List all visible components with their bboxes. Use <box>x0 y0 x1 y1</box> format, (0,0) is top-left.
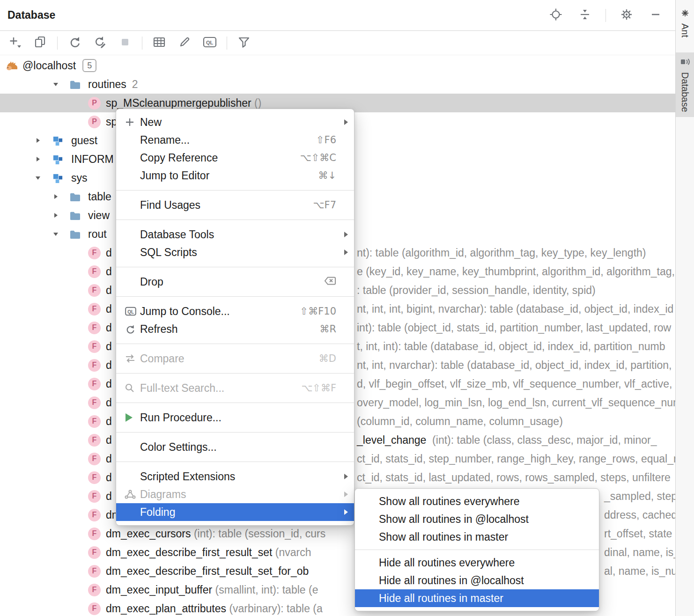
add-button[interactable] <box>5 34 25 52</box>
submenu-item-show-all-routines-in-@localhost[interactable]: Show all routines in @localhost <box>355 510 599 528</box>
function-icon: F <box>88 543 101 562</box>
chevron-collapsed-icon[interactable] <box>35 150 41 169</box>
menu-item-label: Folding <box>140 506 175 519</box>
menu-item-color-settings[interactable]: Color Settings... <box>116 438 354 456</box>
menu-item-right: ⌥⇧⌘C <box>300 152 336 163</box>
menu-item-right <box>324 276 336 288</box>
submenu-item-hide-all-routines-everywhere[interactable]: Hide all routines everywhere <box>355 554 599 572</box>
function-icon: F <box>88 524 101 543</box>
tool-strip-tab-ant[interactable]: Ant <box>676 4 694 42</box>
menu-separator <box>116 462 354 462</box>
menu-item-copy-reference[interactable]: Copy Reference⌥⇧⌘C <box>116 149 354 167</box>
tool-strip-tab-database[interactable]: Database <box>676 52 694 117</box>
menu-item-full-text-search[interactable]: Full-text Search...⌥⇧⌘F <box>116 379 354 397</box>
menu-item-drop[interactable]: Drop <box>116 273 354 291</box>
clipped-row-text: int): table (object_id, stats_id, partit… <box>357 318 671 337</box>
chevron-collapsed-icon[interactable] <box>52 187 59 206</box>
clipped-row-text: t, int, int): table (database_id, object… <box>357 337 665 356</box>
signature-fragment: ct_id, stats_id, last_updated, rows, row… <box>357 471 671 484</box>
menu-item-jump-to-editor[interactable]: Jump to Editor⌘↓ <box>116 167 354 184</box>
signature-fragment: (column_id, column_name, column_usage) <box>357 415 563 428</box>
edit-icon <box>178 36 191 51</box>
submit-icon <box>93 36 106 51</box>
tree-row-routines[interactable]: routines2 <box>0 75 675 94</box>
submenu-item-show-all-routines-in-master[interactable]: Show all routines in master <box>355 528 599 546</box>
menu-refresh-icon <box>125 324 140 335</box>
item-name: @localhost <box>22 59 76 72</box>
item-name: dm_exec_cursors <box>106 528 191 540</box>
menu-item-sql-scripts[interactable]: SQL Scripts <box>116 243 354 261</box>
tree-row-label: d <box>106 318 112 337</box>
procedure-icon: P <box>88 94 101 112</box>
menu-item-label: Full-text Search... <box>140 382 224 395</box>
collapse-all-button[interactable] <box>575 6 595 25</box>
menu-separator <box>116 296 354 297</box>
schema-icon <box>52 169 63 187</box>
menu-shortcut: ⌘D <box>319 353 336 364</box>
menu-item-find-usages[interactable]: Find Usages⌥F7 <box>116 196 354 214</box>
menu-item-label: Rename... <box>140 134 190 147</box>
menu-item-refresh[interactable]: Refresh⌘R <box>116 320 354 338</box>
menu-item-label: Hide all routines in master <box>379 592 503 605</box>
item-name: dm_exec_describe_first_result_set_for_ob <box>106 565 309 578</box>
refresh-icon <box>68 36 81 51</box>
menu-item-scripted-extensions[interactable]: Scripted Extensions <box>116 468 354 485</box>
tree-row-label: d <box>106 356 112 374</box>
menu-shortcut: ⌥⇧⌘C <box>300 152 336 163</box>
console-button[interactable]: QL <box>199 34 220 52</box>
menu-item-jump-to-console[interactable]: QLJump to Console...⇧⌘F10 <box>116 302 354 320</box>
clipped-row-text: _level_change (int): table (class, class… <box>357 431 657 449</box>
duplicate-button[interactable] <box>30 34 51 52</box>
tool-strip-tab-label: Database <box>679 72 690 112</box>
menu-item-label: Copy Reference <box>140 152 218 164</box>
clipped-row-text: nt, int, nvarchar): table (database_id, … <box>357 356 672 374</box>
item-name: d <box>106 265 112 278</box>
tree-row-@localhost[interactable]: @localhost5 <box>0 56 675 75</box>
edit-source-button[interactable] <box>174 34 195 52</box>
item-name: INFORM <box>71 153 114 166</box>
clipped-row-text: dinal, name, is_ <box>604 543 675 562</box>
folder-icon <box>69 75 81 94</box>
menu-separator <box>116 373 354 374</box>
submenu-item-hide-all-routines-in-@localhost[interactable]: Hide all routines in @localhost <box>355 572 599 589</box>
data-view-button[interactable] <box>149 34 170 52</box>
app-window: { "window": { "title": "Database" }, "ti… <box>0 0 694 616</box>
refresh-button[interactable] <box>64 34 85 52</box>
backspace-icon <box>324 276 336 288</box>
menu-item-label: Drop <box>140 276 163 288</box>
menu-item-database-tools[interactable]: Database Tools <box>116 226 354 243</box>
menu-item-new[interactable]: New <box>116 113 354 131</box>
function-icon: F <box>88 599 101 616</box>
item-signature: (smallint, int): table (e <box>212 584 318 596</box>
tree-row-label: d <box>106 449 112 468</box>
chevron-expanded-icon[interactable] <box>52 75 59 94</box>
item-name: d <box>106 415 112 428</box>
chevron-expanded-icon[interactable] <box>52 225 59 243</box>
menu-item-label: Scripted Extensions <box>140 470 235 483</box>
add-icon <box>8 36 22 51</box>
function-icon: F <box>88 356 101 374</box>
submenu-item-show-all-routines-everywhere[interactable]: Show all routines everywhere <box>355 492 599 510</box>
signature-fragment: dinal, name, is_ <box>604 546 675 559</box>
filter-button[interactable] <box>234 34 254 52</box>
menu-separator <box>116 220 354 220</box>
count-badge: 5 <box>82 59 96 72</box>
item-name: d <box>106 490 112 503</box>
locate-button[interactable] <box>546 6 566 25</box>
menu-item-rename[interactable]: Rename...⇧F6 <box>116 131 354 149</box>
submit-button[interactable] <box>89 34 110 52</box>
menu-item-compare[interactable]: Compare⌘D <box>116 350 354 367</box>
menu-item-label: Hide all routines everywhere <box>379 557 515 569</box>
clipped-row-text: overy_model, log_min_lsn, log_end_lsn, c… <box>357 393 675 412</box>
menu-item-run-procedure[interactable]: Run Procedure... <box>116 409 354 426</box>
chevron-expanded-icon[interactable] <box>35 169 41 187</box>
settings-button[interactable] <box>616 6 637 25</box>
stop-button[interactable] <box>115 34 135 52</box>
chevron-collapsed-icon[interactable] <box>52 206 59 225</box>
menu-item-diagrams[interactable]: Diagrams <box>116 485 354 503</box>
hide-button[interactable] <box>645 6 666 25</box>
menu-item-folding[interactable]: Folding <box>116 503 354 521</box>
submenu-item-hide-all-routines-in-master[interactable]: Hide all routines in master <box>355 589 599 607</box>
chevron-collapsed-icon[interactable] <box>35 131 41 150</box>
clipped-row-text: : table (provider_id, session_handle, id… <box>357 281 596 300</box>
